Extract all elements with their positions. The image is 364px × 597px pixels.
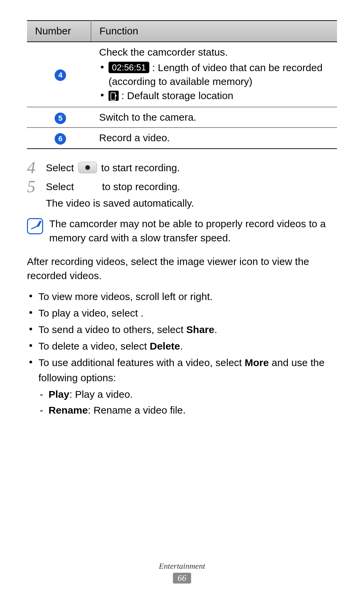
row-title: Check the camcorder status. (99, 46, 332, 59)
footer-section: Entertainment (0, 562, 364, 571)
step-text-after: to start recording. (101, 162, 180, 173)
bullet-prefix: To delete a video, select (38, 340, 150, 352)
bullet-list: To view more videos, scroll left or righ… (27, 289, 337, 418)
bullet-prefix: To use additional features with a video,… (38, 357, 245, 368)
manual-page: Number Function 4 Check the camcorder st… (0, 0, 364, 597)
note-text: The camcorder may not be able to properl… (49, 217, 337, 245)
sub-item: Rename: Rename a video file. (38, 402, 337, 418)
step-gap (77, 181, 102, 192)
number-badge-5: 5 (55, 113, 66, 124)
row-item: 02:56:51 : Length of video that can be r… (99, 61, 332, 88)
step-number: 5 (27, 178, 46, 195)
bullet-prefix: To send a video to others, select (38, 324, 186, 335)
steps: 4 Select to start recording. 5 Select to… (27, 160, 337, 211)
step-5: 5 Select to stop recording. The video is… (27, 179, 337, 211)
bullet-suffix: . (141, 307, 144, 319)
table-row: 6 Record a video. (27, 128, 337, 149)
bullet-prefix: To play a video, select (38, 307, 141, 319)
table-header-function: Function (91, 21, 337, 42)
note-block: The camcorder may not be able to properl… (27, 217, 337, 245)
sub-list: Play: Play a video. Rename: Rename a vid… (38, 387, 337, 418)
step-text-before: Select (46, 181, 77, 192)
page-number: 66 (173, 573, 191, 584)
sub-bold: Play (49, 389, 69, 400)
list-item: To play a video, select . (27, 305, 337, 321)
sub-item: Play: Play a video. (38, 387, 337, 402)
row-title: Record a video. (91, 128, 337, 149)
bullet-bold: Delete (150, 340, 180, 352)
list-item: To delete a video, select Delete. (27, 338, 337, 354)
storage-icon (109, 91, 119, 101)
table-row: 4 Check the camcorder status. 02:56:51 :… (27, 42, 337, 107)
row-item-text: : Default storage location (121, 90, 233, 101)
table-row: 5 Switch to the camera. (27, 107, 337, 128)
bullet-suffix: . (214, 324, 217, 335)
sub-rest: : Rename a video file. (88, 405, 186, 416)
page-footer: Entertainment 66 (0, 562, 364, 584)
bullet-bold: More (245, 357, 269, 368)
step-extra: The video is saved automatically. (46, 196, 194, 211)
sub-bold: Rename (49, 405, 88, 416)
bullet-suffix: . (180, 340, 183, 352)
bullet-bold: Share (186, 324, 214, 335)
number-badge-6: 6 (55, 133, 66, 145)
bullet-text: To view more videos, scroll left or righ… (38, 291, 213, 302)
time-chip: 02:56:51 (109, 62, 149, 73)
note-icon (27, 218, 43, 234)
body-paragraph: After recording videos, select the image… (27, 255, 337, 283)
list-item: To view more videos, scroll left or righ… (27, 289, 337, 304)
step-text-before: Select (46, 162, 77, 173)
table-header-number: Number (27, 21, 91, 42)
step-number: 4 (27, 159, 46, 176)
row-title: Switch to the camera. (91, 107, 337, 128)
row-item: : Default storage location (99, 89, 332, 103)
number-badge-4: 4 (55, 69, 66, 81)
sub-rest: : Play a video. (69, 389, 133, 400)
step-text-after: to stop recording. (102, 181, 180, 192)
record-button-icon (78, 162, 97, 173)
step-4: 4 Select to start recording. (27, 160, 337, 176)
function-table: Number Function 4 Check the camcorder st… (27, 20, 337, 149)
list-item: To send a video to others, select Share. (27, 322, 337, 337)
list-item: To use additional features with a video,… (27, 355, 337, 418)
